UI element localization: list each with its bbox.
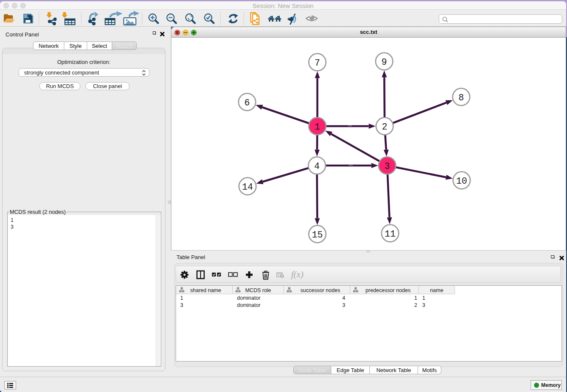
svg-text:14: 14 [242,182,253,192]
svg-text:11: 11 [385,229,396,239]
svg-text:6: 6 [245,98,250,108]
svg-text:1: 1 [315,122,320,132]
svg-text:7: 7 [315,58,320,68]
svg-text:4: 4 [314,161,320,171]
svg-text:15: 15 [312,230,323,240]
svg-text:10: 10 [456,176,467,186]
svg-text:f(x): f(x) [291,269,303,279]
svg-text:3: 3 [385,161,390,171]
svg-text:MCDS role: MCDS role [245,287,271,293]
svg-text:2: 2 [382,122,388,132]
svg-text:8: 8 [459,93,464,103]
svg-text:successor nodes: successor nodes [300,287,340,293]
svg-text:shared name: shared name [190,287,221,293]
svg-text:name: name [430,287,443,293]
svg-text:9: 9 [382,57,387,67]
svg-text:predecessor nodes: predecessor nodes [366,287,410,293]
